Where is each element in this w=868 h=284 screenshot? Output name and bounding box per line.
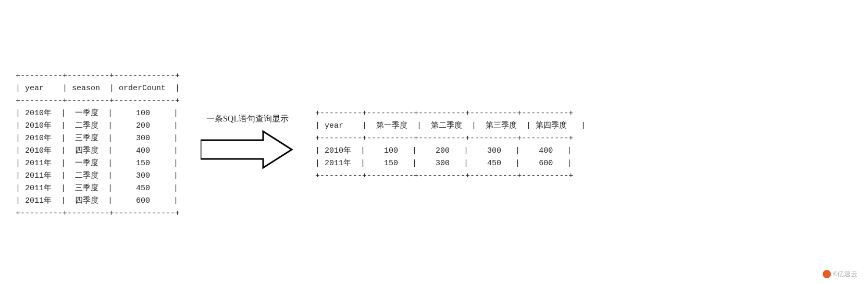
right-table-wrapper: +---------+----------+----------+-------… bbox=[315, 107, 586, 182]
watermark-icon bbox=[823, 270, 831, 278]
watermark: ©亿速云 bbox=[823, 269, 858, 279]
arrow-area: 一条SQL语句查询显示 bbox=[201, 114, 294, 170]
main-container: +---------+---------+-------------+ | ye… bbox=[0, 0, 868, 284]
right-table: +---------+----------+----------+-------… bbox=[315, 107, 586, 182]
arrow-icon bbox=[201, 129, 294, 170]
left-table-wrapper: +---------+---------+-------------+ | ye… bbox=[16, 70, 180, 220]
watermark-text: ©亿速云 bbox=[833, 269, 858, 279]
left-table: +---------+---------+-------------+ | ye… bbox=[16, 70, 180, 220]
arrow-label: 一条SQL语句查询显示 bbox=[206, 114, 289, 125]
svg-marker-0 bbox=[201, 131, 292, 168]
